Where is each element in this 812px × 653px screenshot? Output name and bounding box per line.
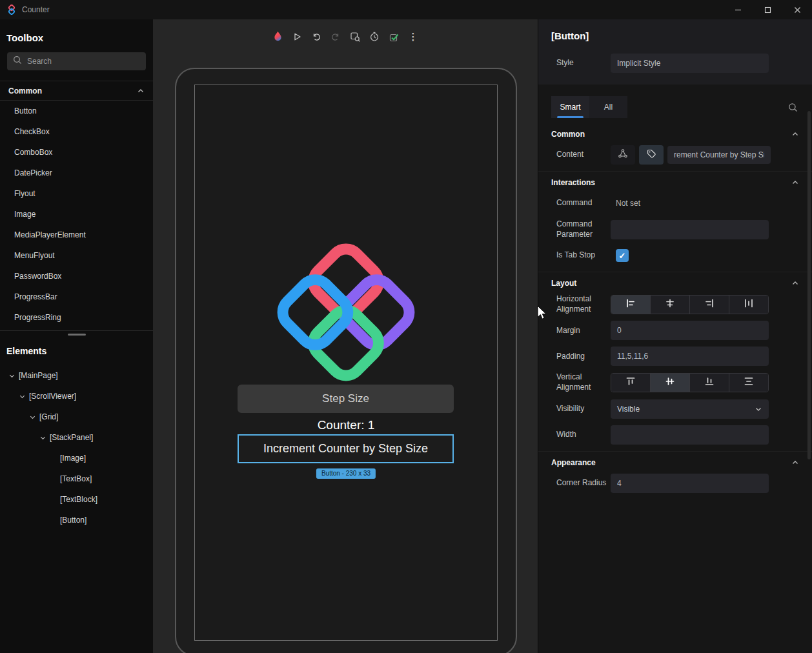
toolbox-search[interactable] bbox=[7, 52, 146, 70]
align-center-v-icon bbox=[665, 376, 675, 389]
splitter-grip-icon bbox=[68, 334, 86, 336]
align-right-button[interactable] bbox=[690, 296, 729, 314]
preview-increment-button[interactable]: Increment Counter by Step Size bbox=[238, 434, 454, 463]
chevron-up-icon[interactable] bbox=[137, 87, 145, 95]
play-icon[interactable] bbox=[289, 29, 305, 45]
section-layout-header[interactable]: Layout bbox=[538, 272, 812, 294]
section-appearance-header[interactable]: Appearance bbox=[538, 452, 812, 474]
toolbox-item-flyout[interactable]: Flyout bbox=[0, 183, 153, 204]
command-row: Command Not set bbox=[538, 194, 812, 213]
toolbox-item-progressbar[interactable]: ProgressBar bbox=[0, 286, 153, 307]
design-canvas: ⋮ Step Size Counter: 1 Increment Counter… bbox=[153, 19, 538, 653]
device-screen: Step Size Counter: 1 Increment Counter b… bbox=[194, 85, 498, 641]
width-input[interactable] bbox=[611, 425, 769, 445]
chevron-up-icon[interactable] bbox=[791, 179, 799, 186]
maximize-button[interactable] bbox=[753, 0, 782, 19]
content-input[interactable] bbox=[667, 146, 771, 164]
align-left-button[interactable] bbox=[611, 296, 651, 314]
validation-status-icon[interactable] bbox=[386, 29, 401, 45]
undo-icon[interactable] bbox=[309, 29, 324, 45]
literal-value-button[interactable] bbox=[639, 145, 664, 165]
section-interactions: Interactions Command Not set Command Par… bbox=[538, 171, 812, 265]
minimize-button[interactable] bbox=[723, 0, 753, 19]
chevron-up-icon[interactable] bbox=[791, 279, 799, 287]
toolbox-item-menuflyout[interactable]: MenuFlyout bbox=[0, 245, 153, 266]
close-button[interactable] bbox=[782, 0, 812, 19]
inspect-element-icon[interactable] bbox=[347, 29, 363, 45]
chevron-down-icon[interactable] bbox=[37, 432, 48, 443]
padding-input[interactable] bbox=[611, 347, 769, 366]
tree-item-button[interactable]: [Button] bbox=[0, 510, 153, 530]
vertical-alignment-segmented bbox=[611, 373, 769, 392]
tree-item-grid[interactable]: [Grid] bbox=[0, 407, 153, 427]
toolbox-item-combobox[interactable]: ComboBox bbox=[0, 142, 153, 163]
elements-title: Elements bbox=[0, 339, 153, 365]
visibility-select[interactable]: Visible bbox=[611, 399, 769, 419]
preview-step-size-textbox[interactable]: Step Size bbox=[238, 385, 454, 413]
align-center-h-button[interactable] bbox=[651, 296, 690, 314]
content-row: Content bbox=[538, 145, 812, 165]
more-options-icon[interactable]: ⋮ bbox=[405, 29, 421, 45]
selected-element-title: [Button] bbox=[551, 30, 799, 41]
command-parameter-label: Command Parameter bbox=[556, 219, 611, 239]
tree-item-mainpage[interactable]: [MainPage] bbox=[0, 365, 153, 386]
tree-item-label: [Image] bbox=[60, 454, 86, 463]
sidebar-splitter[interactable] bbox=[0, 330, 153, 339]
section-common-header[interactable]: Common bbox=[538, 123, 812, 145]
is-tab-stop-label: Is Tab Stop bbox=[556, 250, 611, 261]
redo-icon[interactable] bbox=[328, 29, 343, 45]
uno-platform-logo[interactable] bbox=[276, 242, 416, 385]
margin-input[interactable] bbox=[611, 321, 769, 340]
is-tab-stop-checkbox[interactable]: ✓ bbox=[616, 249, 629, 262]
toolbox-item-image[interactable]: Image bbox=[0, 204, 153, 225]
section-title: Common bbox=[551, 130, 585, 139]
content-label: Content bbox=[556, 150, 611, 160]
toolbox-section-common[interactable]: Common bbox=[0, 81, 153, 101]
selection-size-badge: Button - 230 x 33 bbox=[316, 468, 376, 479]
command-value[interactable]: Not set bbox=[611, 199, 640, 208]
chevron-down-icon[interactable] bbox=[6, 370, 17, 381]
app-logo-icon bbox=[6, 5, 17, 15]
tab-all[interactable]: All bbox=[589, 96, 627, 118]
align-top-button[interactable] bbox=[611, 374, 651, 392]
tree-item-label: [Grid] bbox=[39, 412, 58, 421]
chevron-up-icon[interactable] bbox=[791, 459, 799, 467]
align-center-v-button[interactable] bbox=[651, 374, 690, 392]
section-layout: Layout Horizontal Alignment bbox=[538, 272, 812, 444]
binding-mode-button[interactable] bbox=[611, 145, 635, 165]
preview-counter-textblock[interactable]: Counter: 1 bbox=[195, 418, 497, 432]
hot-reload-flame-icon[interactable] bbox=[270, 29, 285, 45]
tree-item-image[interactable]: [Image] bbox=[0, 448, 153, 468]
toolbox-item-mediaplayerelement[interactable]: MediaPlayerElement bbox=[0, 225, 153, 245]
toolbox-item-datepicker[interactable]: DatePicker bbox=[0, 163, 153, 183]
toolbox-item-button[interactable]: Button bbox=[0, 101, 153, 121]
timer-icon[interactable] bbox=[367, 29, 382, 45]
search-input[interactable] bbox=[27, 57, 140, 66]
scrollbar-thumb[interactable] bbox=[807, 111, 811, 459]
tree-item-textblock[interactable]: [TextBlock] bbox=[0, 489, 153, 510]
tree-item-label: [StackPanel] bbox=[50, 433, 93, 442]
chevron-up-icon[interactable] bbox=[791, 130, 799, 138]
corner-radius-input[interactable] bbox=[611, 474, 769, 493]
stretch-h-button[interactable] bbox=[729, 296, 768, 314]
tab-smart[interactable]: Smart bbox=[551, 96, 589, 118]
align-bottom-button[interactable] bbox=[690, 374, 729, 392]
toolbox-item-passwordbox[interactable]: PasswordBox bbox=[0, 266, 153, 286]
command-parameter-input[interactable] bbox=[611, 220, 769, 239]
tree-item-stackpanel[interactable]: [StackPanel] bbox=[0, 427, 153, 448]
style-input[interactable] bbox=[611, 54, 769, 73]
toolbox-list: Button CheckBox ComboBox DatePicker Flyo… bbox=[0, 101, 153, 328]
align-top-icon bbox=[625, 376, 636, 389]
section-interactions-header[interactable]: Interactions bbox=[538, 172, 812, 194]
chevron-down-icon[interactable] bbox=[17, 391, 27, 401]
properties-search-icon[interactable] bbox=[784, 98, 802, 116]
stretch-v-button[interactable] bbox=[729, 374, 768, 392]
elements-tree: [MainPage] [ScrollViewer] [Grid] [StackP… bbox=[0, 365, 153, 530]
is-tab-stop-row: Is Tab Stop ✓ bbox=[538, 246, 812, 265]
chevron-down-icon[interactable] bbox=[27, 412, 37, 422]
tree-item-scrollviewer[interactable]: [ScrollViewer] bbox=[0, 386, 153, 407]
toolbox-item-checkbox[interactable]: CheckBox bbox=[0, 121, 153, 142]
tree-item-textbox[interactable]: [TextBox] bbox=[0, 468, 153, 489]
section-title: Layout bbox=[551, 279, 576, 288]
toolbox-item-progressring[interactable]: ProgressRing bbox=[0, 307, 153, 328]
